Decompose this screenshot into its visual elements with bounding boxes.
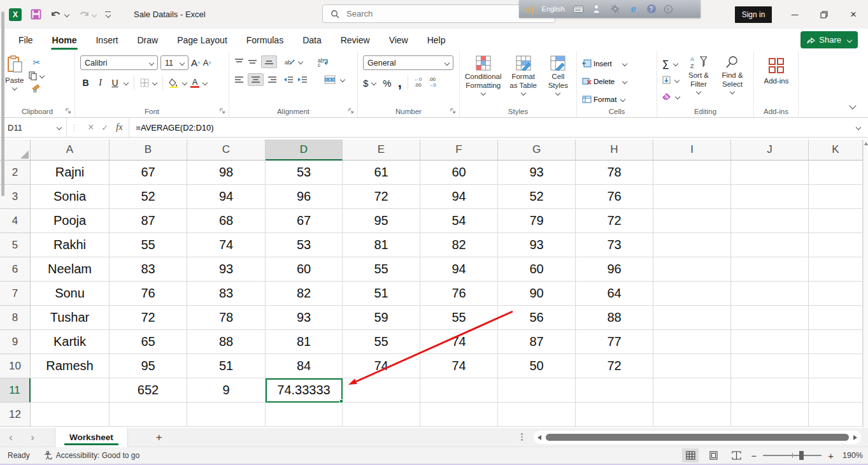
normal-view-button[interactable] — [682, 448, 699, 462]
cell-F11[interactable] — [420, 378, 498, 403]
borders-dropdown[interactable] — [152, 80, 157, 85]
cell-G2[interactable]: 93 — [498, 161, 576, 185]
new-sheet-button[interactable]: + — [156, 431, 162, 444]
cell-C4[interactable]: 68 — [187, 209, 266, 233]
decrease-font-icon[interactable]: A˅ — [203, 58, 211, 68]
row-header-3[interactable]: 3 — [0, 185, 31, 209]
cell-C3[interactable]: 94 — [187, 185, 266, 209]
cell-H5[interactable]: 73 — [576, 233, 653, 257]
tab-page-layout[interactable]: Page Layout — [167, 31, 237, 50]
customize-quick-access-icon[interactable] — [105, 11, 111, 17]
cell-I12[interactable] — [653, 403, 731, 427]
cell-A10[interactable]: Ramesh — [31, 354, 110, 378]
cell-J7[interactable] — [731, 282, 809, 306]
tab-draw[interactable]: Draw — [127, 31, 167, 50]
save-icon[interactable] — [31, 9, 41, 20]
align-center-icon[interactable] — [248, 73, 264, 86]
font-family-select[interactable]: Calibri — [80, 55, 158, 70]
cell-I9[interactable] — [653, 330, 731, 354]
font-color-dropdown[interactable] — [203, 80, 208, 85]
cell-K12[interactable] — [809, 403, 863, 427]
italic-button[interactable]: I — [95, 78, 106, 88]
sheet-tab-worksheet[interactable]: Worksheet — [55, 428, 128, 447]
row-header-12[interactable]: 12 — [0, 403, 31, 427]
cell-G8[interactable]: 56 — [498, 306, 576, 330]
cell-A3[interactable]: Sonia — [31, 185, 110, 209]
column-header-D[interactable]: D — [266, 140, 343, 161]
vertical-scrollbar[interactable] — [863, 140, 868, 428]
clipboard-dialog-launcher[interactable] — [66, 108, 71, 114]
cell-K6[interactable] — [809, 257, 863, 282]
comma-style-icon[interactable]: , — [398, 80, 402, 86]
cell-K4[interactable] — [809, 209, 863, 233]
cell-D12[interactable] — [266, 403, 343, 427]
accessibility-status[interactable]: Accessibility: Good to go — [44, 451, 139, 460]
cell-G12[interactable] — [498, 403, 576, 427]
cell-A11[interactable] — [31, 378, 110, 403]
cell-I5[interactable] — [653, 233, 731, 257]
cell-H11[interactable] — [576, 378, 653, 403]
cell-B2[interactable]: 67 — [110, 161, 187, 185]
cell-F5[interactable]: 82 — [420, 233, 498, 257]
cell-J3[interactable] — [731, 185, 809, 209]
fill-button[interactable] — [662, 73, 679, 87]
cell-D10[interactable]: 84 — [266, 354, 343, 378]
row-header-11[interactable]: 11 — [0, 378, 31, 403]
row-header-5[interactable]: 5 — [0, 233, 31, 257]
cell-B9[interactable]: 65 — [110, 330, 187, 354]
collapse-ribbon-icon[interactable] — [849, 102, 856, 109]
search-input[interactable] — [345, 8, 526, 19]
cell-J2[interactable] — [731, 161, 809, 185]
excel-app-icon[interactable]: X — [9, 8, 22, 21]
cell-I7[interactable] — [653, 282, 731, 306]
cell-J9[interactable] — [731, 330, 809, 354]
number-dialog-launcher[interactable] — [450, 108, 456, 114]
language-name[interactable]: English — [542, 5, 565, 13]
cell-F3[interactable]: 94 — [420, 185, 498, 209]
zoom-out-button[interactable]: − — [751, 450, 757, 461]
number-format-select[interactable]: General — [363, 55, 453, 70]
horizontal-scrollbar[interactable] — [534, 431, 861, 444]
cell-D3[interactable]: 96 — [266, 185, 343, 209]
cell-A6[interactable]: Neelam — [31, 257, 110, 282]
tab-insert[interactable]: Insert — [86, 31, 127, 50]
orientation-dropdown[interactable] — [298, 59, 303, 64]
currency-dropdown[interactable] — [371, 80, 376, 85]
cell-B10[interactable]: 95 — [110, 354, 187, 378]
cell-A2[interactable]: Rajni — [31, 161, 110, 185]
underline-button[interactable]: U — [110, 78, 120, 88]
cell-G9[interactable]: 87 — [498, 330, 576, 354]
cell-I3[interactable] — [653, 185, 731, 209]
settings-gear-icon[interactable] — [610, 4, 620, 13]
cell-G7[interactable]: 90 — [498, 282, 576, 306]
underline-dropdown[interactable] — [124, 80, 129, 85]
merge-center-icon[interactable] — [324, 75, 336, 84]
cell-E4[interactable]: 95 — [343, 209, 420, 233]
tab-help[interactable]: Help — [418, 31, 455, 50]
next-sheet-icon[interactable]: › — [22, 431, 43, 444]
horizontal-scroll-thumb[interactable] — [546, 434, 849, 441]
fill-handle[interactable] — [339, 399, 343, 403]
cell-B3[interactable]: 52 — [110, 185, 187, 209]
tab-home[interactable]: Home — [43, 31, 87, 50]
cell-E2[interactable]: 61 — [343, 161, 420, 185]
cell-E8[interactable]: 59 — [343, 306, 420, 330]
cell-H7[interactable]: 64 — [576, 282, 653, 306]
row-header-6[interactable]: 6 — [0, 257, 31, 282]
align-right-icon[interactable] — [267, 76, 277, 83]
cell-H10[interactable]: 72 — [576, 354, 653, 378]
row-header-10[interactable]: 10 — [0, 354, 31, 378]
keyboard-icon[interactable] — [573, 4, 583, 13]
enter-icon[interactable]: ✓ — [101, 123, 108, 132]
cell-I10[interactable] — [653, 354, 731, 378]
cell-D4[interactable]: 67 — [266, 209, 343, 233]
row-header-9[interactable]: 9 — [0, 330, 31, 354]
align-middle-icon[interactable] — [248, 58, 257, 66]
cell-J6[interactable] — [731, 257, 809, 282]
cell-K11[interactable] — [809, 378, 863, 403]
cell-C9[interactable]: 88 — [187, 330, 266, 354]
fill-color-icon[interactable] — [169, 78, 179, 88]
cell-B5[interactable]: 55 — [110, 233, 187, 257]
cell-E6[interactable]: 55 — [343, 257, 420, 282]
cell-C6[interactable]: 93 — [187, 257, 266, 282]
